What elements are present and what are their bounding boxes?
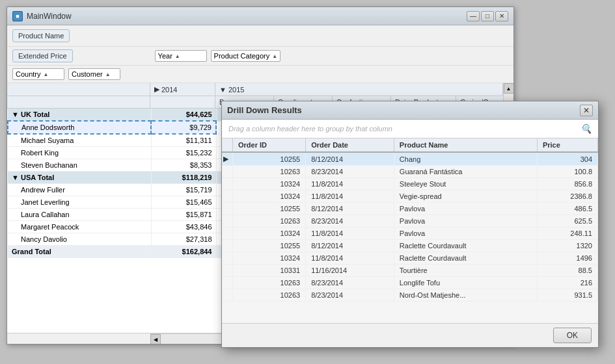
andrew-value: $15,719 (151, 184, 216, 196)
drill-table-wrapper[interactable]: Order ID Order Date Product Name Price ▶… (222, 138, 598, 323)
row-expand-icon (222, 215, 233, 228)
app-icon: ■ (12, 11, 23, 21)
order-date-cell: 11/8/2014 (306, 190, 394, 203)
order-date-cell: 11/16/2014 (306, 265, 394, 277)
drill-close-button[interactable]: ✕ (580, 105, 593, 116)
row-expand-icon (222, 265, 233, 277)
robert-label: Robert King (8, 147, 151, 159)
order-id-header[interactable]: Order ID (233, 138, 306, 152)
order-id-cell: 10263 (233, 215, 306, 228)
order-date-header[interactable]: Order Date (306, 138, 394, 152)
row-expand-icon (222, 203, 233, 215)
margaret-label: Margaret Peacock (8, 221, 151, 233)
search-icon[interactable]: 🔍 (581, 124, 592, 134)
price-cell: 931.5 (537, 289, 597, 302)
drill-table-row: 10331 11/16/2014 Tourtière 88.5 (222, 265, 598, 277)
order-id-cell: 10263 (233, 289, 306, 302)
usa-total-label: ▼ USA Total (8, 172, 151, 184)
product-name-cell: Pavlova (394, 215, 537, 228)
order-id-cell: 10324 (233, 252, 306, 265)
year-2014-label: 2014 (161, 86, 177, 94)
drill-table-row: 10263 8/23/2014 Pavlova 625.5 (222, 215, 598, 228)
price-cell: 1320 (537, 240, 597, 252)
customer-dropdown[interactable]: Customer ▲ (68, 68, 120, 80)
order-id-cell: 10263 (233, 166, 306, 178)
order-id-cell: 10324 (233, 178, 306, 190)
order-date-cell: 11/8/2014 (306, 252, 394, 265)
order-date-cell: 8/12/2014 (306, 203, 394, 215)
price-cell: 486.5 (537, 203, 597, 215)
row-expand-icon (222, 166, 233, 178)
year-2014-expand-icon: ▶ (154, 85, 159, 94)
drill-toolbar: Drag a column header here to group by th… (222, 120, 598, 138)
michael-label: Michael Suyama (8, 134, 151, 147)
row-expand-icon (222, 178, 233, 190)
laura-value: $15,871 (151, 209, 216, 221)
scroll-up-button[interactable]: ▲ (504, 83, 514, 94)
drill-table: Order ID Order Date Product Name Price ▶… (222, 138, 598, 302)
country-dropdown-arrow: ▲ (44, 72, 49, 77)
product-name-cell: Steeleye Stout (394, 178, 537, 190)
order-date-cell: 11/8/2014 (306, 228, 394, 240)
maximize-button[interactable]: □ (481, 11, 494, 21)
price-cell: 304 (537, 152, 597, 166)
price-cell: 1496 (537, 252, 597, 265)
laura-label: Laura Callahan (8, 209, 151, 221)
drill-table-row: 10324 11/8/2014 Raclette Courdavault 149… (222, 252, 598, 265)
extended-price-field[interactable]: Extended Price (12, 49, 73, 62)
nancy-value: $27,318 (151, 233, 216, 246)
order-id-cell: 10263 (233, 277, 306, 289)
drill-table-row: 10263 8/23/2014 Nord-Ost Matjeshe... 931… (222, 289, 598, 302)
drill-table-row: 10255 8/12/2014 Pavlova 486.5 (222, 203, 598, 215)
scroll-left-button[interactable]: ◀ (150, 334, 161, 344)
order-id-cell: 10324 (233, 190, 306, 203)
row-expand-icon: ▶ (222, 152, 233, 166)
year-2014-header[interactable]: ▶ 2014 (150, 83, 215, 96)
ok-button[interactable]: OK (553, 328, 592, 343)
product-name-field[interactable]: Product Name (12, 29, 70, 42)
nancy-label: Nancy Davolio (8, 233, 151, 246)
product-name-cell: Guaraná Fantástica (394, 166, 537, 178)
product-name-header[interactable]: Product Name (394, 138, 537, 152)
price-cell: 856.8 (537, 178, 597, 190)
grand-total-label: Grand Total (8, 246, 151, 258)
drag-hint-text: Drag a column header here to group by th… (228, 125, 392, 133)
close-button[interactable]: ✕ (495, 11, 508, 21)
product-name-cell: Raclette Courdavault (394, 240, 537, 252)
robert-value: $15,232 (151, 147, 216, 159)
year-dropdown[interactable]: Year ▲ (155, 50, 207, 62)
janet-label: Janet Leverling (8, 196, 151, 209)
h-scroll-spacer (7, 333, 150, 344)
row-expand-icon (222, 240, 233, 252)
price-cell: 88.5 (537, 265, 597, 277)
minimize-button[interactable]: — (467, 11, 480, 21)
drill-table-row: 10263 8/23/2014 Guaraná Fantástica 100.8 (222, 166, 598, 178)
michael-value: $11,311 (151, 134, 216, 147)
product-name-cell: Longlife Tofu (394, 277, 537, 289)
janet-value: $15,465 (151, 196, 216, 209)
uk-total-value: $44,625 (151, 109, 216, 121)
order-date-cell: 8/23/2014 (306, 277, 394, 289)
row-expand-icon (222, 277, 233, 289)
category-dropdown-arrow: ▲ (272, 53, 277, 59)
product-name-cell: Vegie-spread (394, 190, 537, 203)
drill-title-bar: Drill Down Results ✕ (222, 101, 598, 120)
andrew-label: Andrew Fuller (8, 184, 151, 196)
drill-table-row: ▶ 10255 8/12/2014 Chang 304 (222, 152, 598, 166)
title-bar: ■ MainWindow — □ ✕ (7, 7, 513, 25)
drill-content: Order ID Order Date Product Name Price ▶… (222, 138, 598, 323)
title-controls: — □ ✕ (467, 11, 508, 21)
margaret-value: $43,846 (151, 221, 216, 233)
uk-total-label: ▼ UK Total (8, 109, 151, 121)
row-expand-icon (222, 228, 233, 240)
drill-table-row: 10324 11/8/2014 Pavlova 248.11 (222, 228, 598, 240)
price-header[interactable]: Price (537, 138, 597, 152)
title-bar-left: ■ MainWindow (12, 11, 72, 21)
order-date-cell: 11/8/2014 (306, 178, 394, 190)
year-2014-value-spacer (150, 96, 215, 108)
product-category-dropdown[interactable]: Product Category ▲ (211, 50, 281, 62)
order-date-cell: 8/23/2014 (306, 215, 394, 228)
country-dropdown[interactable]: Country ▲ (12, 68, 64, 80)
year-2015-header[interactable]: ▼ 2015 (215, 83, 503, 96)
steven-value: $8,353 (151, 159, 216, 172)
